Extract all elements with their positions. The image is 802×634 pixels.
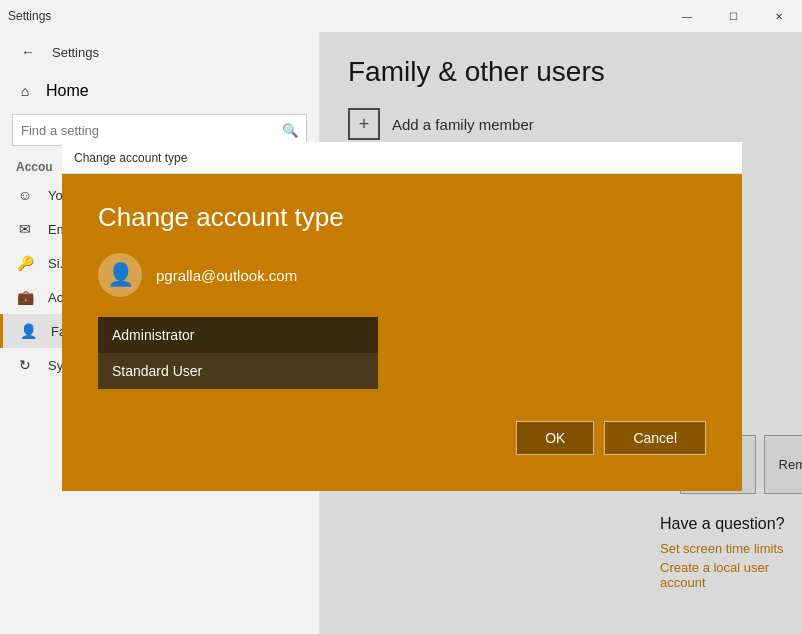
window-title-bar: Settings — ☐ ✕ <box>0 0 802 32</box>
dialog-heading: Change account type <box>98 202 706 233</box>
search-input[interactable] <box>13 119 274 142</box>
minimize-button[interactable]: — <box>664 0 710 32</box>
dialog-title-label: Change account type <box>74 151 187 165</box>
person-icon: ☺ <box>16 187 34 203</box>
email-icon: ✉ <box>16 221 34 237</box>
access-icon: 💼 <box>16 289 34 305</box>
window-title: Settings <box>8 9 51 23</box>
sidebar-home-label: Home <box>46 82 89 100</box>
dropdown-item-standard-user[interactable]: Standard User <box>98 353 378 389</box>
signin-icon: 🔑 <box>16 255 34 271</box>
account-type-dropdown[interactable]: Administrator Standard User <box>98 317 378 389</box>
window-controls: — ☐ ✕ <box>664 0 802 32</box>
back-button[interactable]: ← <box>8 32 48 72</box>
sidebar-app-title: Settings <box>52 45 99 60</box>
ok-button[interactable]: OK <box>516 421 594 455</box>
sidebar-item-home[interactable]: ⌂ Home <box>0 72 319 110</box>
home-icon: ⌂ <box>16 83 34 99</box>
dropdown-item-administrator[interactable]: Administrator <box>98 317 378 353</box>
dialog-title-bar: Change account type <box>62 142 742 174</box>
dialog-user-row: 👤 pgralla@outlook.com <box>98 253 706 297</box>
sync-icon: ↻ <box>16 357 34 373</box>
dialog-avatar: 👤 <box>98 253 142 297</box>
dialog-user-email: pgralla@outlook.com <box>156 267 297 284</box>
maximize-button[interactable]: ☐ <box>710 0 756 32</box>
close-button[interactable]: ✕ <box>756 0 802 32</box>
dialog-buttons: OK Cancel <box>98 421 706 455</box>
cancel-button[interactable]: Cancel <box>604 421 706 455</box>
family-icon: 👤 <box>19 323 37 339</box>
dialog-box: Change account type 👤 pgralla@outlook.co… <box>62 174 742 491</box>
